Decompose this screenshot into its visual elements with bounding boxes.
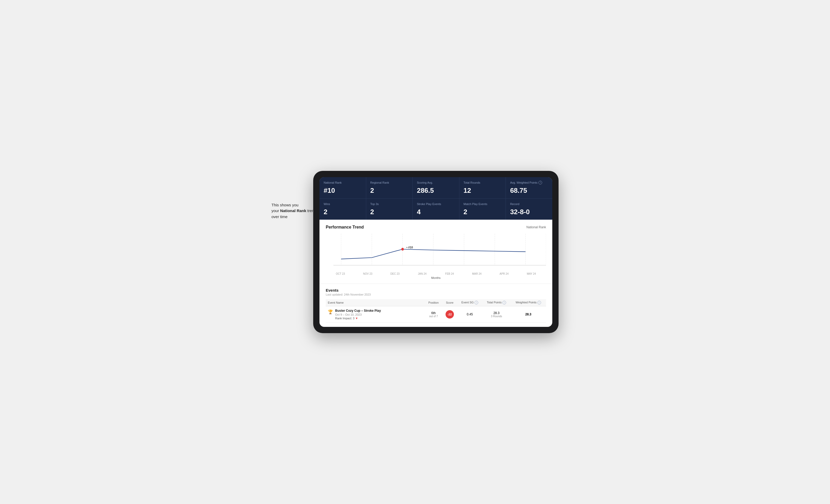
chart-svg: • #10: [326, 234, 546, 270]
event-name-cell-0: 🏆 Buster Cozy Cup – Stroke Play Oct 9 – …: [326, 306, 425, 323]
stat-label-row1-1: Regional Rank: [371, 181, 409, 184]
rank-impact-arrow-0: ▼: [355, 317, 358, 320]
tablet-screen: National Rank #10 Regional Rank 2 Scorin…: [319, 177, 552, 327]
event-date-0: Oct 9 – Oct 10, 2023: [335, 313, 381, 316]
col-weighted-points: Weighted Points i: [511, 299, 546, 306]
stat-cell-row1-2: Scoring Avg. 286.5: [413, 177, 459, 198]
stat-label-row1-4: Avg. Weighted Pointsi: [510, 181, 548, 184]
total-points-info-icon[interactable]: i: [503, 301, 506, 304]
x-label-2: DEC 23: [381, 272, 409, 275]
events-title: Events: [326, 288, 546, 293]
performance-header: Performance Trend National Rank: [326, 225, 546, 230]
col-total-points: Total Points i: [482, 299, 511, 306]
stat-info-icon-row1-4[interactable]: i: [539, 181, 542, 184]
event-rank-impact-0: Rank Impact: 3 ▼: [335, 317, 381, 320]
weighted-points-info-icon[interactable]: i: [537, 301, 541, 304]
performance-subtitle: National Rank: [526, 225, 546, 229]
event-score-0: -22: [442, 306, 457, 323]
stat-cell-row2-0: Wins 2: [319, 199, 366, 220]
stat-value-row2-0: 2: [324, 208, 362, 216]
events-table: Event Name Position Score Event SG i Tot…: [326, 299, 546, 323]
x-label-6: APR 24: [490, 272, 518, 275]
rank-dot: [402, 248, 404, 251]
stat-value-row2-2: 4: [417, 208, 455, 216]
events-table-body: 🏆 Buster Cozy Cup – Stroke Play Oct 9 – …: [326, 306, 546, 323]
stats-row-1: National Rank #10 Regional Rank 2 Scorin…: [319, 177, 552, 198]
chart-x-title: Months: [326, 276, 546, 279]
events-last-updated: Last updated: 24th November 2023: [326, 293, 546, 296]
stat-value-row1-3: 12: [464, 187, 502, 195]
stat-label-row2-2: Stroke Play Events: [417, 202, 455, 206]
col-event-sg: Event SG i: [457, 299, 482, 306]
stat-cell-row2-4: Record 32-8-0: [506, 199, 552, 220]
x-label-3: JAN 24: [409, 272, 436, 275]
events-section: Events Last updated: 24th November 2023 …: [319, 284, 552, 327]
score-badge-0: -22: [446, 310, 454, 318]
col-score: Score: [442, 299, 457, 306]
stat-value-row1-0: #10: [324, 187, 362, 195]
events-table-header-row: Event Name Position Score Event SG i Tot…: [326, 299, 546, 306]
stat-label-row2-4: Record: [510, 202, 548, 206]
stat-value-row1-2: 286.5: [417, 187, 455, 195]
chart-x-labels: OCT 23NOV 23DEC 23JAN 24FEB 24MAR 24APR …: [326, 272, 546, 275]
annotation-line1: This shows you: [272, 203, 298, 207]
stat-label-row1-2: Scoring Avg.: [417, 181, 455, 184]
performance-trend-section: Performance Trend National Rank: [319, 220, 552, 284]
event-sg-0: 0.45: [457, 306, 482, 323]
stat-label-row2-1: Top 3s: [371, 202, 409, 206]
table-row: 🏆 Buster Cozy Cup – Stroke Play Oct 9 – …: [326, 306, 546, 323]
annotation-bold: National Rank: [280, 208, 306, 213]
stat-cell-row1-1: Regional Rank 2: [366, 177, 413, 198]
stat-label-row1-0: National Rank: [324, 181, 362, 184]
event-sg-info-icon[interactable]: i: [475, 301, 478, 304]
stat-cell-row1-0: National Rank #10: [319, 177, 366, 198]
tablet-device: National Rank #10 Regional Rank 2 Scorin…: [313, 171, 558, 333]
stats-row-2: Wins 2 Top 3s 2 Stroke Play Events 4 Mat…: [319, 198, 552, 220]
x-label-0: OCT 23: [327, 272, 354, 275]
annotation-text: This shows you your National Rank trend …: [272, 202, 318, 220]
events-table-header: Event Name Position Score Event SG i Tot…: [326, 299, 546, 306]
stat-cell-row2-2: Stroke Play Events 4: [413, 199, 459, 220]
stat-label-row2-0: Wins: [324, 202, 362, 206]
performance-title: Performance Trend: [326, 225, 364, 230]
stat-cell-row1-3: Total Rounds 12: [459, 177, 506, 198]
event-name-0: Buster Cozy Cup – Stroke Play: [335, 309, 381, 312]
stat-cell-row2-3: Match Play Events 2: [459, 199, 506, 220]
stat-label-row2-3: Match Play Events: [464, 202, 502, 206]
x-label-7: MAY 24: [518, 272, 545, 275]
col-event-name: Event Name: [326, 299, 425, 306]
stat-label-row1-3: Total Rounds: [464, 181, 502, 184]
event-icon-0: 🏆: [328, 309, 333, 314]
x-label-1: NOV 23: [354, 272, 382, 275]
x-label-4: FEB 24: [436, 272, 463, 275]
stat-value-row1-1: 2: [371, 187, 409, 195]
col-position: Position: [425, 299, 442, 306]
stat-value-row2-1: 2: [371, 208, 409, 216]
chart-area: • #10: [326, 234, 546, 270]
stat-cell-row1-4: Avg. Weighted Pointsi 68.75: [506, 177, 552, 198]
event-position-0: 6th out of 7: [425, 306, 442, 323]
stat-value-row1-4: 68.75: [510, 187, 548, 195]
event-total-points-0: 28.3 3 Rounds: [482, 306, 511, 323]
stat-cell-row2-1: Top 3s 2: [366, 199, 413, 220]
stat-value-row2-4: 32-8-0: [510, 208, 548, 216]
annotation-line2: your: [272, 208, 280, 213]
stat-value-row2-3: 2: [464, 208, 502, 216]
x-label-5: MAR 24: [463, 272, 491, 275]
event-weighted-points-0: 28.3: [511, 306, 546, 323]
svg-text:• #10: • #10: [406, 246, 413, 249]
page-wrapper: This shows you your National Rank trend …: [272, 171, 558, 333]
